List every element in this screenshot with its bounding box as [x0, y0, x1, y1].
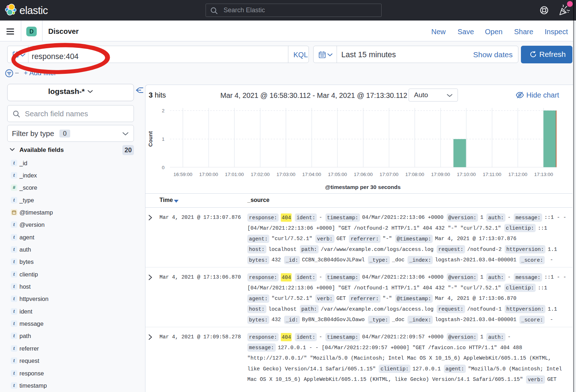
svg-text:17:06:00: 17:06:00: [354, 172, 373, 177]
svg-text:Count: Count: [147, 131, 153, 147]
svg-text:17:12:00: 17:12:00: [508, 172, 527, 177]
svg-text:2: 2: [162, 108, 165, 113]
svg-text:17:11:00: 17:11:00: [483, 172, 501, 177]
svg-text:16:59:00: 16:59:00: [174, 172, 193, 177]
svg-text:17:03:00: 17:03:00: [276, 172, 296, 177]
svg-text:17:10:00: 17:10:00: [457, 172, 476, 177]
svg-text:17:07:00: 17:07:00: [379, 172, 399, 177]
svg-text:17:09:00: 17:09:00: [431, 172, 450, 177]
svg-text:17:08:00: 17:08:00: [405, 172, 424, 177]
svg-text:17:04:00: 17:04:00: [302, 172, 321, 177]
svg-text:1: 1: [162, 136, 165, 142]
svg-text:17:13:00: 17:13:00: [534, 172, 553, 177]
svg-text:17:05:00: 17:05:00: [328, 172, 347, 177]
svg-text:17:01:00: 17:01:00: [225, 172, 244, 177]
svg-text:17:00:00: 17:00:00: [199, 172, 218, 177]
svg-text:@timestamp per 30 seconds: @timestamp per 30 seconds: [325, 184, 401, 190]
svg-text:0: 0: [162, 165, 165, 170]
svg-text:17:02:00: 17:02:00: [251, 172, 270, 177]
